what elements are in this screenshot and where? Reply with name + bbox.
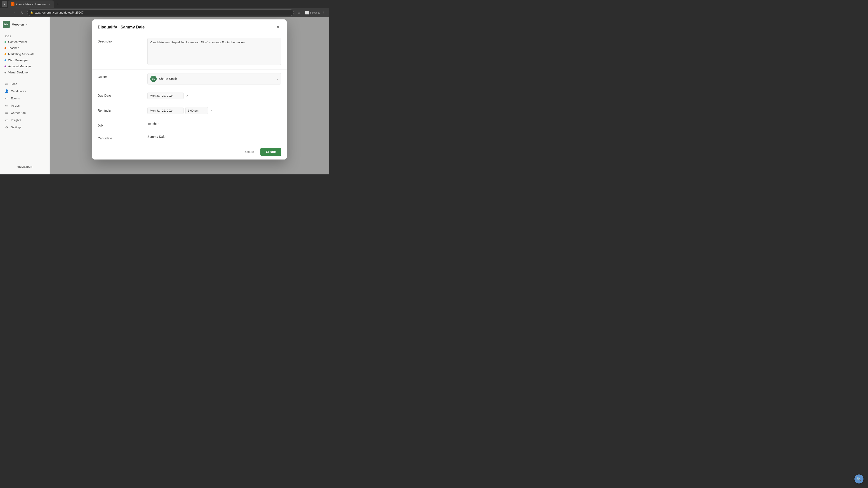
owner-label: Owner <box>98 73 143 78</box>
menu-button[interactable]: ⋮ <box>320 9 327 16</box>
sidebar-item-marketing[interactable]: Marketing Associate <box>3 51 47 57</box>
job-list: Content Writer Teacher Marketing Associa… <box>3 39 47 76</box>
events-icon: ▭ <box>4 96 8 100</box>
homerun-logo: HOMERUN <box>3 163 47 171</box>
sidebar-label-visual-designer: Visual Designer <box>8 71 29 74</box>
sidebar-nav-label-insights: Insights <box>11 119 21 122</box>
sidebar: MM Mooojon ▾ Jobs Content Writer Teacher… <box>0 17 50 174</box>
job-dot-visual-designer <box>4 72 6 73</box>
sidebar-item-content-writer[interactable]: Content Writer <box>3 39 47 45</box>
bookmark-button[interactable]: ☆ <box>296 9 302 16</box>
sidebar-nav-label-candidates: Candidates <box>11 90 26 93</box>
forward-button[interactable]: → <box>11 9 17 16</box>
description-value <box>147 38 281 66</box>
sidebar-item-settings[interactable]: ⚙ Settings <box>3 124 47 131</box>
sidebar-nav-label-career-site: Career Site <box>11 111 26 115</box>
due-date-row: Due Date Mon Jan 22, 2024 ⌄ × <box>92 88 287 103</box>
sidebar-divider <box>3 78 47 78</box>
job-value-text: Teacher <box>147 120 159 126</box>
description-label: Description <box>98 38 143 43</box>
disqualify-modal: Disqualify · Sammy Dale × Description Ow <box>92 20 287 160</box>
create-button[interactable]: Create <box>260 148 281 156</box>
modal-overlay: Disqualify · Sammy Dale × Description Ow <box>50 17 329 174</box>
sidebar-nav-label-todos: To-dos <box>11 104 20 107</box>
address-bar[interactable]: 🔒 app.homerun.co/candidates/5425507 <box>27 9 294 16</box>
candidates-icon: 👤 <box>4 89 8 93</box>
reminder-wrapper: Mon Jan 22, 2024 ⌄ 5:00 pm ⌄ × <box>147 107 281 114</box>
modal-close-button[interactable]: × <box>275 24 281 30</box>
back-button[interactable]: ← <box>3 9 9 16</box>
workspace-chevron-icon: ▾ <box>26 23 28 26</box>
modal-body: Description Owner SS <box>92 34 287 144</box>
active-tab[interactable]: H Candidates · Homerun × <box>8 0 54 8</box>
candidate-row: Candidate Sammy Dale <box>92 131 287 144</box>
owner-name: Shane Smith <box>159 77 274 80</box>
sidebar-label-content-writer: Content Writer <box>8 40 27 43</box>
sidebar-item-teacher[interactable]: Teacher <box>3 45 47 51</box>
discard-button[interactable]: Discard <box>240 148 258 156</box>
reminder-clear-button[interactable]: × <box>210 108 214 113</box>
jobs-section-label: Jobs <box>4 35 47 38</box>
due-date-wrapper: Mon Jan 22, 2024 ⌄ × <box>147 92 281 99</box>
reminder-time-chevron-icon: ⌄ <box>204 109 206 112</box>
job-value: Teacher <box>147 122 281 126</box>
sidebar-item-insights[interactable]: ▭ Insights <box>3 117 47 123</box>
extension-button[interactable]: ⬜ <box>304 9 310 16</box>
owner-row: Owner SS Shane Smith ⌄ <box>92 70 287 88</box>
job-dot-teacher <box>4 47 6 49</box>
workspace-header[interactable]: MM Mooojon ▾ <box>3 21 47 28</box>
candidate-label: Candidate <box>98 135 143 140</box>
new-tab-button[interactable]: + <box>55 1 61 7</box>
sidebar-nav-label-settings: Settings <box>11 126 22 129</box>
owner-chevron-icon: ⌄ <box>276 77 278 80</box>
sidebar-item-todos[interactable]: ▭ To-dos <box>3 102 47 109</box>
sidebar-item-web-dev[interactable]: Web Developer <box>3 57 47 63</box>
sidebar-item-account-manager[interactable]: Account Manager <box>3 64 47 69</box>
tab-switcher[interactable]: ▾ <box>2 1 7 7</box>
due-date-select[interactable]: Mon Jan 22, 2024 ⌄ <box>147 92 184 99</box>
description-textarea[interactable] <box>147 38 281 65</box>
sidebar-item-jobs[interactable]: ▭ Jobs <box>3 80 47 87</box>
page-content: Disqualify · Sammy Dale × Description Ow <box>50 17 329 174</box>
job-dot-web-dev <box>4 59 6 61</box>
jobs-icon: ▭ <box>4 82 8 86</box>
nav-bar: ← → ↻ 🔒 app.homerun.co/candidates/542550… <box>0 8 329 17</box>
sidebar-nav-label-events: Events <box>11 97 20 100</box>
sidebar-label-teacher: Teacher <box>8 46 19 50</box>
candidate-value-text: Sammy Dale <box>147 133 165 138</box>
sidebar-label-web-dev: Web Developer <box>8 59 28 62</box>
job-label: Job <box>98 122 143 127</box>
profile-button[interactable]: Incognito <box>312 9 318 16</box>
tab-close-button[interactable]: × <box>48 2 51 6</box>
tab-favicon: H <box>11 2 14 6</box>
settings-icon: ⚙ <box>4 125 8 129</box>
avatar: MM <box>3 21 10 28</box>
career-site-icon: ▭ <box>4 111 8 115</box>
sidebar-label-marketing: Marketing Associate <box>8 53 34 56</box>
sidebar-item-events[interactable]: ▭ Events <box>3 95 47 102</box>
reminder-date-select[interactable]: Mon Jan 22, 2024 ⌄ <box>147 107 184 114</box>
due-date-label: Due Date <box>98 92 143 97</box>
modal-header: Disqualify · Sammy Dale × <box>92 20 287 34</box>
owner-select[interactable]: SS Shane Smith ⌄ <box>147 73 281 85</box>
due-date-value: Mon Jan 22, 2024 ⌄ × <box>147 92 281 99</box>
modal-title: Disqualify · Sammy Dale <box>98 25 145 30</box>
sidebar-item-career-site[interactable]: ▭ Career Site <box>3 109 47 116</box>
todos-icon: ▭ <box>4 104 8 107</box>
due-date-clear-button[interactable]: × <box>185 93 189 98</box>
sidebar-item-visual-designer[interactable]: Visual Designer <box>3 70 47 75</box>
job-dot-content-writer <box>4 41 6 43</box>
nav-list: ▭ Jobs 👤 Candidates ▭ Events ▭ To-dos ▭ … <box>3 80 47 131</box>
address-url: app.homerun.co/candidates/5425507 <box>35 11 84 14</box>
tab-title: Candidates · Homerun <box>16 2 46 6</box>
reminder-label: Reminder <box>98 107 143 112</box>
main-layout: MM Mooojon ▾ Jobs Content Writer Teacher… <box>0 17 329 174</box>
reload-button[interactable]: ↻ <box>19 9 25 16</box>
reminder-time-text: 5:00 pm <box>188 109 202 112</box>
job-dot-account-manager <box>4 66 6 67</box>
workspace-name: Mooojon <box>12 23 24 26</box>
reminder-time-select[interactable]: 5:00 pm ⌄ <box>185 107 208 114</box>
sidebar-label-account-manager: Account Manager <box>8 65 31 68</box>
sidebar-item-candidates[interactable]: 👤 Candidates <box>3 88 47 94</box>
owner-avatar: SS <box>150 76 157 82</box>
